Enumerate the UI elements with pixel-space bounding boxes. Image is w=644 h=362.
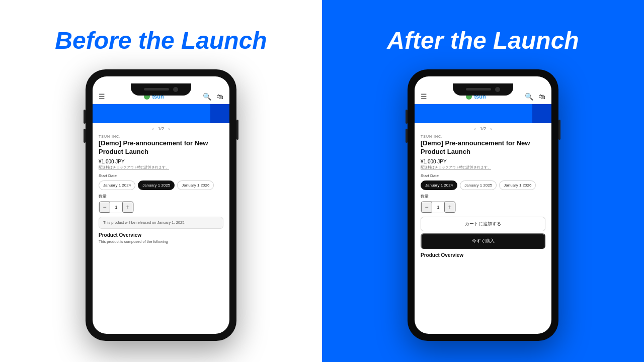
before-phone: ☰ tsun 🔍 🛍 ‹: [86, 69, 236, 341]
product-content-after: TSUN INC. [Demo] Pre-announcement for Ne…: [415, 135, 551, 258]
pagination-count-before: 1/2: [158, 126, 165, 131]
after-launch-title: After the Launch: [387, 28, 579, 54]
pagination-after: ‹ 1/2 ›: [415, 123, 551, 135]
after-notch-speaker: [466, 88, 491, 90]
prev-arrow[interactable]: ‹: [152, 126, 153, 132]
after-phone-wrapper: ☰ tsun 🔍 🛍 ‹: [408, 69, 558, 341]
after-vol-up-btn: [406, 110, 408, 124]
after-hero-bar: [415, 104, 531, 123]
date-btn-2024-after[interactable]: January 1 2024: [421, 180, 457, 190]
after-vol-down-btn: [406, 129, 408, 143]
after-power-btn: [558, 120, 560, 140]
before-launch-title: Before the Launch: [55, 28, 267, 54]
notice-box-before: This product will be released on January…: [99, 217, 223, 229]
qty-plus-before[interactable]: +: [122, 202, 133, 213]
search-icon[interactable]: 🔍: [203, 93, 211, 101]
after-phone: ☰ tsun 🔍 🛍 ‹: [408, 69, 558, 341]
shipping-after: 配送料はチェックアウト時に計算されます。: [421, 165, 545, 170]
overview-title-before: Product Overview: [99, 232, 223, 238]
after-phone-notch: [453, 83, 513, 96]
left-panel: Before the Launch ☰ tsun: [0, 0, 322, 362]
hero-tab: [210, 104, 229, 123]
cart-icon[interactable]: 🛍: [216, 93, 223, 101]
header-icons-before: 🔍 🛍: [203, 93, 223, 101]
product-title-before: [Demo] Pre-announcement for New Product …: [99, 139, 223, 156]
qty-label-before: 数量: [99, 194, 223, 199]
qty-plus-after[interactable]: +: [444, 202, 455, 213]
pagination-count-after: 1/2: [480, 126, 487, 131]
qty-control-before: − 1 +: [99, 201, 134, 213]
qty-minus-before[interactable]: −: [99, 202, 110, 213]
product-content-before: TSUN INC. [Demo] Pre-announcement for Ne…: [93, 135, 229, 244]
buy-now-btn[interactable]: 今すぐ購入: [421, 233, 545, 249]
qty-control-after: − 1 +: [421, 201, 456, 213]
start-date-label-after: Start Date: [421, 173, 545, 178]
qty-value-before: 1: [110, 205, 122, 210]
date-btn-2025-after[interactable]: January 1 2025: [460, 180, 497, 190]
brand-label-after: TSUN INC.: [421, 135, 545, 138]
product-title-after: [Demo] Pre-announcement for New Product …: [421, 139, 545, 156]
add-to-cart-btn[interactable]: カートに追加する: [421, 217, 545, 231]
before-phone-screen: ☰ tsun 🔍 🛍 ‹: [93, 76, 229, 334]
pagination-before: ‹ 1/2 ›: [93, 123, 229, 135]
after-prev-arrow[interactable]: ‹: [474, 126, 475, 132]
hero-banner-before: [93, 104, 229, 123]
after-cart-icon[interactable]: 🛍: [538, 93, 545, 101]
date-btn-2024-before[interactable]: January 1 2024: [99, 180, 135, 190]
menu-icon[interactable]: ☰: [99, 93, 105, 101]
after-notch-camera: [495, 87, 500, 92]
power-btn: [236, 120, 238, 140]
next-arrow[interactable]: ›: [168, 126, 170, 132]
date-btn-2025-before[interactable]: January 1 2025: [138, 180, 175, 190]
date-options-after: January 1 2024 January 1 2025 January 1 …: [421, 180, 545, 190]
start-date-label-before: Start Date: [99, 173, 223, 178]
qty-label-after: 数量: [421, 194, 545, 199]
after-next-arrow[interactable]: ›: [490, 126, 492, 132]
after-phone-screen: ☰ tsun 🔍 🛍 ‹: [415, 76, 551, 334]
qty-minus-after[interactable]: −: [421, 202, 432, 213]
header-icons-after: 🔍 🛍: [525, 93, 545, 101]
after-hero-tab: [532, 104, 551, 123]
date-btn-2026-before[interactable]: January 1 2026: [177, 180, 214, 190]
product-price-after: ¥1,000 JPY: [421, 159, 545, 164]
brand-label-before: TSUN INC.: [99, 135, 223, 138]
shipping-before: 配送料はチェックアウト時に計算されます。: [99, 165, 223, 170]
date-options-before: January 1 2024 January 1 2025 January 1 …: [99, 180, 223, 190]
before-phone-wrapper: ☰ tsun 🔍 🛍 ‹: [86, 69, 236, 341]
notch-speaker: [144, 88, 169, 90]
vol-down-btn: [84, 129, 86, 143]
date-btn-2026-after[interactable]: January 1 2026: [499, 180, 536, 190]
after-search-icon[interactable]: 🔍: [525, 93, 533, 101]
vol-up-btn: [84, 110, 86, 124]
overview-title-after: Product Overview: [421, 252, 545, 258]
phone-notch: [131, 83, 191, 96]
after-menu-icon[interactable]: ☰: [421, 93, 427, 101]
qty-value-after: 1: [432, 205, 444, 210]
right-panel: After the Launch ☰ tsun: [322, 0, 644, 362]
hero-bar: [93, 104, 209, 123]
overview-text-before: This product is composed of the followin…: [99, 239, 223, 244]
hero-banner-after: [415, 104, 551, 123]
notch-camera: [173, 87, 178, 92]
product-price-before: ¥1,000 JPY: [99, 159, 223, 164]
